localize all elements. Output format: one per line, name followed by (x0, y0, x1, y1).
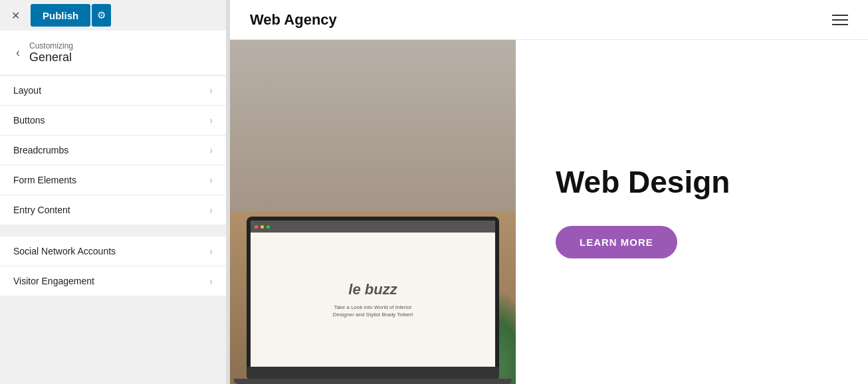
chevron-right-icon: › (209, 205, 213, 215)
section-header: ‹ Customizing General (0, 31, 226, 76)
preview-hero-image: le buzz Take a Look into World of Interi… (230, 40, 516, 384)
back-icon: ‹ (16, 46, 20, 60)
chevron-right-icon: › (209, 276, 213, 286)
menu-divider (0, 225, 226, 237)
customizer-panel: ✕ Publish ⚙ ‹ Customizing General Layout… (0, 0, 226, 384)
menu-item-label-visitor-engagement: Visitor Engagement (13, 276, 94, 286)
laptop-screen-content: le buzz Take a Look into World of Interi… (251, 233, 495, 367)
menu-item-label-breadcrumbs: Breadcrumbs (13, 145, 68, 155)
laptop-screen-text: Take a Look into World of Interior Desig… (326, 304, 419, 318)
dot-yellow (261, 225, 264, 229)
gear-icon: ⚙ (97, 9, 106, 21)
dot-green (267, 225, 270, 229)
publish-button[interactable]: Publish (31, 4, 90, 27)
menu-item-form-elements[interactable]: Form Elements › (0, 165, 226, 195)
chevron-right-icon: › (209, 115, 213, 126)
preview-topbar: Web Agency (230, 0, 868, 40)
menu-item-label-entry-content: Entry Content (13, 205, 70, 215)
chevron-right-icon: › (209, 85, 213, 96)
hamburger-line-3 (832, 24, 848, 25)
menu-item-label-form-elements: Form Elements (13, 175, 76, 185)
menu-item-buttons[interactable]: Buttons › (0, 106, 226, 136)
menu-item-social-network[interactable]: Social Network Accounts › (0, 237, 226, 266)
menu-group-1: Layout › Buttons › Breadcrumbs › Form El… (0, 76, 226, 225)
panel-scroll: Layout › Buttons › Breadcrumbs › Form El… (0, 76, 226, 384)
close-button[interactable]: ✕ (5, 5, 25, 25)
laptop-screen-inner: le buzz Take a Look into World of Interi… (251, 221, 495, 367)
chevron-right-icon: › (209, 246, 213, 256)
section-info: Customizing General (29, 41, 73, 64)
laptop-brand-name: le buzz (348, 281, 397, 298)
learn-more-button[interactable]: LEARN MORE (556, 226, 677, 258)
settings-button[interactable]: ⚙ (92, 4, 111, 27)
menu-item-breadcrumbs[interactable]: Breadcrumbs › (0, 136, 226, 165)
hero-title: Web Design (556, 165, 730, 199)
menu-item-entry-content[interactable]: Entry Content › (0, 195, 226, 225)
hamburger-line-2 (832, 19, 848, 21)
section-title: General (29, 50, 73, 64)
preview-text-area: Web Design LEARN MORE (516, 139, 868, 285)
dot-red (255, 225, 258, 229)
chevron-right-icon: › (209, 175, 213, 185)
close-icon: ✕ (11, 9, 20, 22)
laptop-screen-outer: le buzz Take a Look into World of Interi… (247, 217, 499, 367)
laptop-keyboard (247, 367, 499, 379)
menu-item-label-buttons: Buttons (13, 115, 45, 126)
laptop-browser-bar (251, 221, 495, 233)
laptop-mockup: le buzz Take a Look into World of Interi… (247, 217, 499, 384)
menu-item-label-social-network: Social Network Accounts (13, 246, 116, 256)
laptop-base (234, 379, 512, 384)
menu-item-layout[interactable]: Layout › (0, 76, 226, 106)
preview-area: Web Agency (230, 0, 868, 384)
chevron-right-icon: › (209, 145, 213, 155)
customizing-label: Customizing (29, 41, 73, 50)
site-title: Web Agency (250, 11, 337, 29)
hamburger-menu-icon[interactable] (832, 15, 848, 25)
preview-content: le buzz Take a Look into World of Interi… (230, 40, 868, 384)
back-button[interactable]: ‹ (13, 45, 23, 61)
publish-group: Publish ⚙ (31, 4, 111, 27)
menu-item-visitor-engagement[interactable]: Visitor Engagement › (0, 266, 226, 296)
hamburger-line-1 (832, 15, 848, 16)
topbar: ✕ Publish ⚙ (0, 0, 226, 31)
menu-item-label-layout: Layout (13, 85, 41, 96)
menu-group-2: Social Network Accounts › Visitor Engage… (0, 237, 226, 296)
